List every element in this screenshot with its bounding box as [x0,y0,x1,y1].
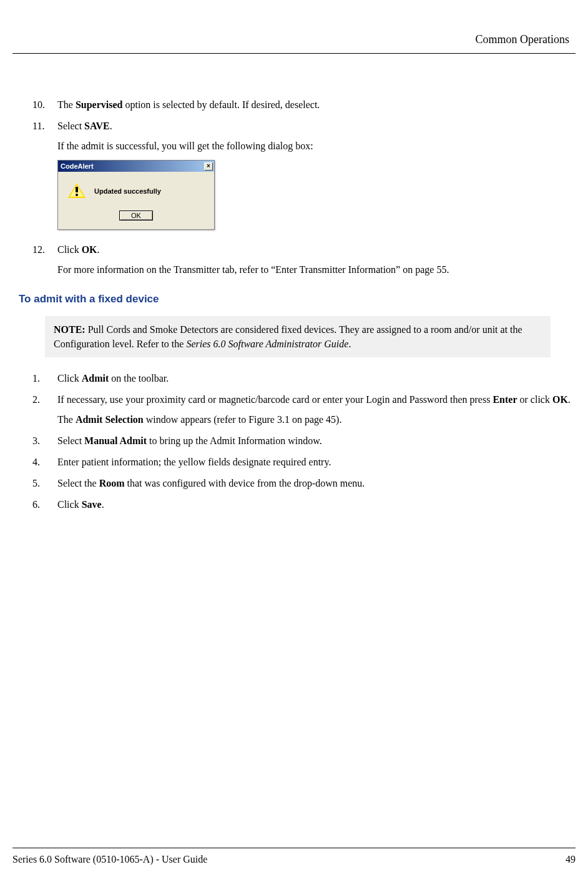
step-content: Select Manual Admit to bring up the Admi… [57,434,576,448]
header-divider [12,53,576,54]
page-footer: Series 6.0 Software (0510-1065-A) - User… [12,848,576,867]
step-number: 2. [32,392,57,427]
dialog-title: CodeAlert [61,161,94,172]
text: The [57,414,76,425]
dialog-titlebar: CodeAlert × [58,161,214,172]
step-followup: For more information on the Transmitter … [57,262,576,277]
step-content: Enter patient information; the yellow fi… [57,455,576,470]
bold-term: Supervised [76,99,123,110]
note-label: NOTE: [54,324,86,335]
dialog-message: Updated succesfully [94,186,161,197]
step-content: If necessary, use your proximity card or… [57,392,576,427]
step-number: 4. [32,455,57,470]
text: Enter patient information; the yellow fi… [57,457,331,467]
step-number: 3. [32,434,57,448]
step-followup: The Admit Selection window appears (refe… [57,412,576,427]
step-content: The Supervised option is selected by def… [57,97,576,112]
text: that was configured with device from the… [125,478,365,488]
text: window appears (refer to Figure 3.1 on p… [144,414,342,425]
text: Select [57,435,84,446]
text: . [110,121,112,131]
text: to bring up the Admit Information window… [147,435,322,446]
ok-button[interactable]: OK [119,211,153,221]
note-reference: Series 6.0 Software Administrator Guide [186,339,348,349]
bold-term: SAVE [84,121,110,131]
dialog-content-row: Updated succesfully [64,183,208,199]
warning-icon [68,183,86,199]
step-content: Select SAVE. If the admit is successful,… [57,119,576,236]
page-header-section: Common Operations [12,31,576,48]
step-12: 12. Click OK. For more information on th… [19,242,576,277]
text: Select the [57,478,99,488]
step-10: 10. The Supervised option is selected by… [19,97,576,112]
bold-term: OK [82,244,97,255]
step-content: Click OK. For more information on the Tr… [57,242,576,277]
note-box: NOTE: Pull Cords and Smoke Detectors are… [45,316,551,357]
bold-term: Room [99,478,125,488]
text: Click [57,499,82,510]
bold-term: Admit [82,373,109,384]
bold-term: Admit Selection [76,414,144,425]
close-icon[interactable]: × [204,162,213,171]
step-number: 12. [32,242,57,277]
page-number: 49 [566,852,576,867]
text: If necessary, use your proximity card or… [57,394,492,405]
text: The [57,99,76,110]
step-1: 1. Click Admit on the toolbar. [19,371,576,386]
footer-doc-title: Series 6.0 Software (0510-1065-A) - User… [12,852,207,867]
codealert-dialog: CodeAlert × [57,160,215,230]
step-number: 1. [32,371,57,386]
dialog-body: Updated succesfully OK [58,172,214,229]
note-text: . [348,339,351,349]
footer-content: Series 6.0 Software (0510-1065-A) - User… [12,852,576,867]
step-content: Select the Room that was configured with… [57,476,576,491]
text: . [97,244,100,255]
text: . [102,499,104,510]
step-6: 6. Click Save. [19,497,576,512]
step-content: Click Admit on the toolbar. [57,371,576,386]
dialog-screenshot: CodeAlert × [57,160,576,230]
text: Select [57,121,84,131]
step-2: 2. If necessary, use your proximity card… [19,392,576,427]
bold-term: Enter [492,394,517,405]
step-content: Click Save. [57,497,576,512]
main-content: 10. The Supervised option is selected by… [12,97,576,512]
step-3: 3. Select Manual Admit to bring up the A… [19,434,576,448]
text: or click [517,394,552,405]
footer-divider [12,848,576,848]
text: . [568,394,571,405]
text: option is selected by default. If desire… [122,99,320,110]
step-11: 11. Select SAVE. If the admit is success… [19,119,576,236]
bold-term: Save [82,499,102,510]
text: Click [57,373,82,384]
step-followup: If the admit is successful, you will get… [57,139,576,154]
text: Click [57,244,82,255]
bold-term: Manual Admit [84,435,147,446]
text: on the toolbar. [109,373,169,384]
section-heading: To admit with a fixed device [19,291,576,307]
step-number: 5. [32,476,57,491]
bold-term: OK [552,394,568,405]
step-number: 11. [32,119,57,236]
step-number: 6. [32,497,57,512]
step-4: 4. Enter patient information; the yellow… [19,455,576,470]
step-number: 10. [32,97,57,112]
step-5: 5. Select the Room that was configured w… [19,476,576,491]
